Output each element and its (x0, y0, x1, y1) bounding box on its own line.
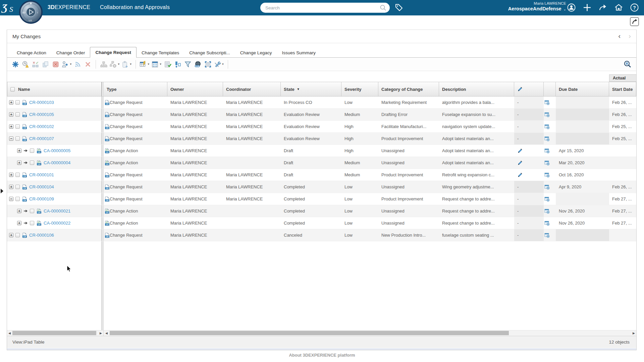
structure-icon[interactable] (99, 60, 108, 69)
collapse-icon[interactable]: − (9, 136, 13, 141)
pin-panel-icon[interactable] (630, 17, 639, 26)
expand-icon[interactable]: + (9, 112, 13, 117)
row-checkbox[interactable] (15, 136, 20, 141)
row-checkbox[interactable] (30, 221, 34, 225)
expand-icon[interactable]: + (9, 173, 13, 177)
copy-icon[interactable] (41, 60, 50, 69)
right-pane-scrollbar[interactable]: ◀ ▶ (104, 330, 636, 336)
row-checkbox[interactable] (30, 161, 34, 165)
object-link[interactable]: CR-0000104 (29, 184, 54, 189)
delete-icon[interactable] (51, 60, 60, 69)
object-link[interactable]: CA-00000022 (44, 221, 70, 226)
filter-icon[interactable] (183, 60, 192, 69)
tab-change-templates[interactable]: Change Templates (137, 48, 184, 58)
share-icon[interactable] (598, 3, 607, 12)
web-link-icon[interactable] (194, 60, 202, 69)
column-header-due-date[interactable]: Due Date (556, 82, 609, 97)
tab-change-subscripti[interactable]: Change Subscripti... (184, 48, 235, 58)
object-link[interactable]: CA-00000021 (44, 208, 70, 214)
open-in-new-window-icon[interactable] (544, 160, 550, 166)
open-in-new-window-icon[interactable] (544, 112, 550, 117)
profile-icon[interactable] (567, 3, 576, 12)
open-in-window-cell[interactable] (544, 109, 556, 120)
open-in-new-window-icon[interactable] (544, 221, 550, 226)
tenant-selector[interactable]: Maria LAWRENCE AerospaceAndDefense⌄ (476, 1, 566, 12)
column-header-coordinator[interactable]: Coordinator (223, 82, 281, 97)
edit-pencil-icon[interactable] (517, 160, 523, 166)
open-in-new-window-icon[interactable] (544, 172, 550, 178)
column-header-name[interactable]: Name (7, 82, 102, 97)
scrollbar-thumb[interactable] (110, 331, 509, 335)
toolbox-icon[interactable]: ▼ (214, 60, 224, 69)
row-checkbox[interactable] (15, 173, 20, 177)
scroll-right-icon[interactable]: ▶ (100, 331, 102, 335)
open-in-new-window-icon[interactable] (544, 184, 550, 190)
row-checkbox[interactable] (15, 185, 20, 189)
open-in-new-window-icon[interactable] (544, 100, 550, 105)
column-header-owner[interactable]: Owner (167, 82, 223, 97)
pending-analysis-icon[interactable] (21, 60, 30, 69)
open-in-window-cell[interactable] (544, 121, 556, 132)
open-in-window-cell[interactable] (544, 157, 556, 169)
column-header-start-date[interactable]: Start Date (609, 82, 636, 97)
clipboard-add-icon[interactable]: ▼ (121, 60, 132, 69)
column-header-description[interactable]: Description (439, 82, 514, 97)
subscribe-icon[interactable] (73, 60, 82, 69)
row-checkbox[interactable] (30, 148, 34, 153)
about-platform-link[interactable]: About 3DEXPERIENCE platform (0, 353, 644, 358)
tab-change-legacy[interactable]: Change Legacy (235, 48, 277, 58)
frozen-pane-divider[interactable] (102, 241, 104, 330)
open-in-new-window-icon[interactable] (544, 208, 550, 214)
tag-icon[interactable] (394, 3, 404, 12)
edit-cell[interactable] (514, 157, 544, 169)
select-all-checkbox[interactable] (10, 87, 15, 92)
edit-pencil-icon[interactable] (517, 148, 523, 154)
open-in-new-window-icon[interactable] (544, 124, 550, 129)
column-header-type[interactable]: Type (104, 82, 167, 97)
row-checkbox[interactable] (30, 209, 34, 213)
table-selection-icon[interactable] (204, 60, 212, 69)
edit-cell[interactable] (514, 145, 544, 157)
expand-icon[interactable]: + (9, 185, 13, 189)
table-display-icon[interactable]: ▼ (139, 60, 150, 69)
open-in-window-cell[interactable] (544, 169, 556, 181)
help-icon[interactable]: ? (630, 3, 639, 12)
expand-icon[interactable]: + (17, 148, 21, 153)
object-link[interactable]: CA-00000005 (44, 148, 70, 153)
expand-icon[interactable]: + (17, 221, 21, 225)
tab-issues-summary[interactable]: Issues Summary (277, 48, 321, 58)
row-checkbox[interactable] (15, 233, 20, 237)
object-link[interactable]: CR-0000101 (29, 172, 54, 177)
checklist-icon[interactable] (163, 60, 172, 69)
create-icon[interactable] (11, 60, 20, 69)
tab-change-request[interactable]: Change Request (90, 47, 137, 58)
previous-page-icon[interactable]: ‹ (618, 32, 621, 40)
object-link[interactable]: CR-0000107 (29, 136, 54, 141)
expand-icon[interactable]: + (17, 209, 21, 213)
row-checkbox[interactable] (15, 100, 20, 105)
task-status-icon[interactable] (31, 60, 40, 69)
row-checkbox[interactable] (15, 112, 20, 117)
next-page-icon[interactable]: › (629, 32, 631, 40)
open-in-window-cell[interactable] (544, 133, 556, 144)
expand-icon[interactable]: + (9, 124, 13, 129)
edit-pencil-icon[interactable] (517, 172, 523, 178)
column-header-state[interactable]: State ▼ (281, 82, 341, 97)
route-icon[interactable]: ▼ (61, 60, 72, 69)
tab-change-action[interactable]: Change Action (12, 48, 51, 58)
scrollbar-thumb[interactable] (12, 331, 96, 335)
collapse-panel-arrow-icon[interactable] (0, 188, 4, 194)
3dexperience-compass-button[interactable]: 3D i V.R (19, 0, 43, 24)
left-pane-scrollbar[interactable]: ◀ ▶ (7, 330, 104, 336)
search-input[interactable] (265, 4, 373, 11)
add-icon[interactable] (583, 3, 592, 12)
structure-options-icon[interactable]: ▼ (109, 60, 120, 69)
open-in-new-window-icon[interactable] (544, 196, 550, 202)
open-in-window-cell[interactable] (544, 193, 556, 205)
table-search-icon[interactable] (624, 60, 632, 70)
object-link[interactable]: CR-0000103 (29, 100, 54, 105)
collapse-icon[interactable]: − (9, 197, 13, 201)
expand-icon[interactable]: + (9, 233, 13, 237)
column-header-edit-pencil-icon[interactable] (514, 82, 544, 97)
open-in-window-cell[interactable] (544, 229, 556, 241)
